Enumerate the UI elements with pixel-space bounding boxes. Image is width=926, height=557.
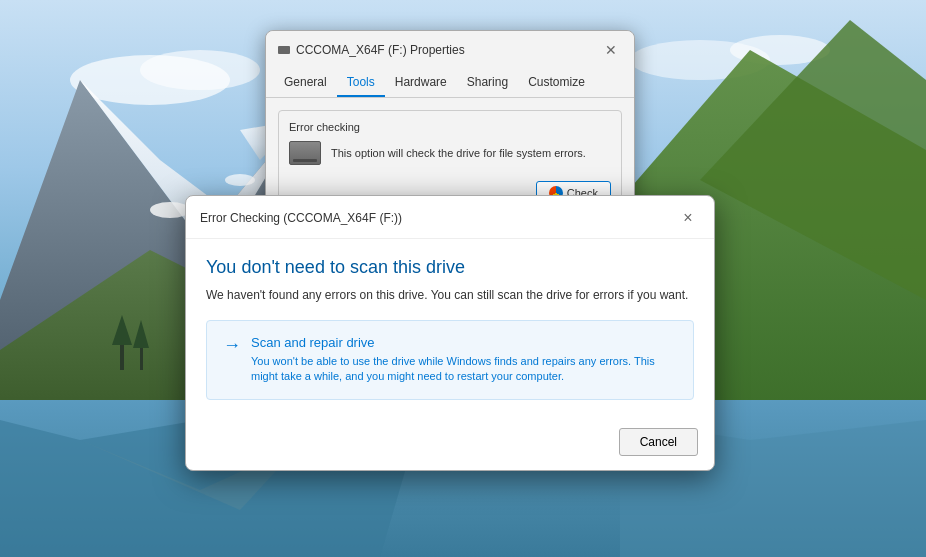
- scan-option-description: You won't be able to use the drive while…: [251, 354, 677, 385]
- properties-titlebar: CCCOMA_X64F (F:) Properties ✕: [266, 31, 634, 69]
- properties-title-icon: [278, 46, 290, 54]
- tab-general[interactable]: General: [274, 69, 337, 97]
- scan-option-title: Scan and repair drive: [251, 335, 677, 350]
- error-checking-dialog: Error Checking (CCCOMA_X64F (F:)) × You …: [185, 195, 715, 471]
- properties-title-text: CCCOMA_X64F (F:) Properties: [296, 43, 465, 57]
- tab-sharing[interactable]: Sharing: [457, 69, 518, 97]
- error-checking-description: This option will check the drive for fil…: [331, 147, 611, 159]
- error-checking-row: This option will check the drive for fil…: [289, 141, 611, 165]
- dialog-subtitle: We haven't found any errors on this driv…: [206, 288, 694, 302]
- scan-text-block: Scan and repair drive You won't be able …: [251, 335, 677, 385]
- tab-tools[interactable]: Tools: [337, 69, 385, 97]
- dialog-body: You don't need to scan this drive We hav…: [186, 239, 714, 400]
- dialog-footer: Cancel: [186, 418, 714, 470]
- dialog-heading: You don't need to scan this drive: [206, 257, 694, 278]
- properties-close-button[interactable]: ✕: [600, 39, 622, 61]
- drive-icon: [289, 141, 321, 165]
- dialog-titlebar: Error Checking (CCCOMA_X64F (F:)) ×: [186, 196, 714, 239]
- dialog-cancel-button[interactable]: Cancel: [619, 428, 698, 456]
- scan-arrow-icon: →: [223, 335, 241, 356]
- scan-repair-option[interactable]: → Scan and repair drive You won't be abl…: [206, 320, 694, 400]
- dialog-close-button[interactable]: ×: [676, 206, 700, 230]
- svg-rect-17: [140, 345, 143, 370]
- svg-point-2: [140, 50, 260, 90]
- svg-point-20: [225, 174, 255, 186]
- dialog-title-text: Error Checking (CCCOMA_X64F (F:)): [200, 211, 402, 225]
- tab-customize[interactable]: Customize: [518, 69, 595, 97]
- tab-hardware[interactable]: Hardware: [385, 69, 457, 97]
- properties-title-area: CCCOMA_X64F (F:) Properties: [278, 43, 465, 57]
- error-checking-label: Error checking: [289, 121, 611, 133]
- properties-tabs: General Tools Hardware Sharing Customize: [266, 69, 634, 98]
- svg-point-19: [150, 202, 190, 218]
